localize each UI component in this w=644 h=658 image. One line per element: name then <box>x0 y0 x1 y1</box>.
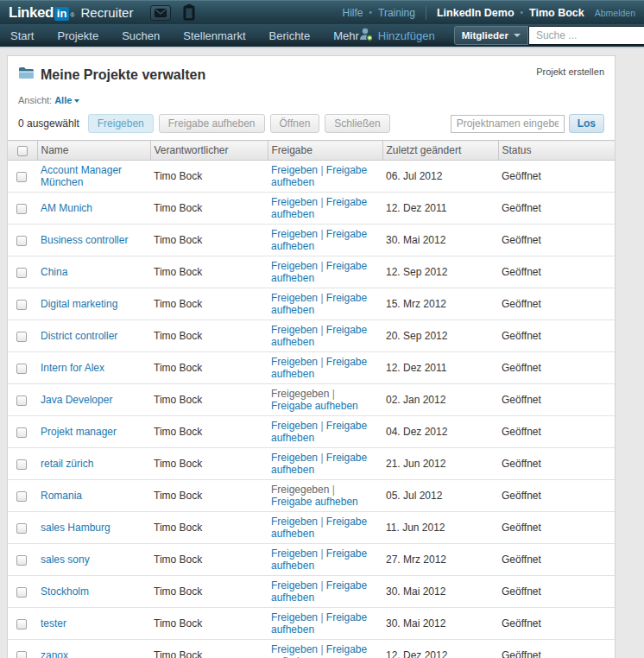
project-name-link[interactable]: Business controller <box>41 234 128 246</box>
project-name-link[interactable]: Account Manager München <box>41 164 122 188</box>
create-project-link[interactable]: Projekt erstellen <box>536 66 604 77</box>
owner-name: Timo Bock <box>154 617 202 630</box>
owner-name: Timo Bock <box>154 298 202 310</box>
inbox-mail-icon[interactable] <box>150 5 171 21</box>
project-name-link[interactable]: AM Munich <box>41 202 92 214</box>
share-link[interactable]: Freigeben <box>271 420 318 432</box>
column-header-modified: Zuletzt geändert <box>382 141 498 161</box>
project-name-link[interactable]: Digital marketing <box>41 298 117 310</box>
last-modified-date: 02. Jan 2012 <box>386 394 445 406</box>
table-row: sales sony Timo Bock Freigeben | Freigab… <box>8 544 615 576</box>
row-checkbox[interactable] <box>16 204 27 214</box>
row-checkbox[interactable] <box>16 555 27 566</box>
owner-name: Timo Bock <box>154 234 202 246</box>
status-text: Geöffnet <box>502 426 541 438</box>
last-modified-date: 30. Mai 2012 <box>386 234 445 246</box>
go-button[interactable]: Los <box>569 114 604 133</box>
last-modified-date: 20. Sep 2012 <box>386 330 447 342</box>
last-modified-date: 21. Jun 2012 <box>386 458 445 470</box>
row-checkbox[interactable] <box>16 491 27 502</box>
row-checkbox[interactable] <box>16 651 27 658</box>
share-link[interactable]: Freigeben <box>271 196 318 208</box>
row-checkbox[interactable] <box>16 427 27 438</box>
row-checkbox[interactable] <box>16 619 27 630</box>
share-link[interactable]: Freigeben <box>271 643 318 655</box>
table-header: Name Verantwortlicher Freigabe Zuletzt g… <box>8 141 615 161</box>
add-member-button[interactable]: Hinzufügen <box>359 28 435 44</box>
project-name-link[interactable]: China <box>41 266 67 278</box>
row-checkbox[interactable] <box>16 236 27 246</box>
table-row: retail zürich Timo Bock Freigeben | Frei… <box>8 448 615 480</box>
clipboard-icon[interactable] <box>183 4 195 21</box>
share-link[interactable]: Freigeben <box>271 452 318 464</box>
row-checkbox[interactable] <box>16 300 27 310</box>
linkedin-recruiter-logo[interactable]: Linked in ® Recruiter <box>9 4 133 22</box>
close-button[interactable]: Schließen <box>325 114 389 133</box>
owner-name: Timo Bock <box>154 426 202 438</box>
unshare-link[interactable]: Freigabe aufheben <box>271 400 358 412</box>
share-state-text: Freigegeben <box>271 388 329 400</box>
project-name-link[interactable]: zanox <box>41 649 68 658</box>
account-menu[interactable]: LinkedIn Demo <box>437 7 515 19</box>
nav-item-berichte[interactable]: Berichte <box>269 29 311 42</box>
share-link[interactable]: Freigeben <box>271 547 318 560</box>
share-button[interactable]: Freigeben <box>88 114 154 133</box>
row-checkbox[interactable] <box>16 268 27 278</box>
project-name-link[interactable]: Java Developer <box>41 394 112 406</box>
share-link[interactable]: Freigeben <box>271 324 318 336</box>
logout-link[interactable]: Abmelden <box>595 8 635 18</box>
share-link[interactable]: Freigeben <box>271 228 318 240</box>
project-name-link[interactable]: sales sony <box>41 554 90 566</box>
table-row: sales Hamburg Timo Bock Freigeben | Frei… <box>8 512 615 544</box>
row-checkbox[interactable] <box>16 364 27 374</box>
share-link[interactable]: Freigeben <box>271 516 318 528</box>
row-checkbox[interactable] <box>16 395 27 406</box>
unshare-button[interactable]: Freigabe aufheben <box>159 114 265 133</box>
project-name-filter-input[interactable] <box>451 115 565 133</box>
training-link[interactable]: Training <box>378 7 415 19</box>
nav-item-projekte[interactable]: Projekte <box>57 29 98 42</box>
project-name-link[interactable]: tester <box>41 617 66 630</box>
share-link[interactable]: Freigeben <box>271 260 318 272</box>
share-link[interactable]: Freigeben <box>271 579 318 592</box>
view-dropdown[interactable]: Alle <box>54 95 72 105</box>
search-scope-dropdown[interactable]: Mitglieder <box>454 26 528 45</box>
project-name-link[interactable]: Projekt manager <box>41 426 117 438</box>
help-link[interactable]: Hilfe <box>342 7 363 19</box>
page-title: Meine Projekte verwalten <box>41 67 205 83</box>
project-name-link[interactable]: District controller <box>41 330 117 342</box>
projects-table-body: Account Manager München Timo Bock Freige… <box>8 161 615 658</box>
share-link[interactable]: Freigeben <box>271 292 318 304</box>
vertical-divider <box>426 6 426 20</box>
search-input[interactable] <box>528 26 644 45</box>
owner-name: Timo Bock <box>154 554 202 566</box>
select-all-checkbox[interactable] <box>17 146 28 156</box>
project-name-link[interactable]: Stockholm <box>41 585 89 598</box>
unshare-link[interactable]: Freigabe aufheben <box>271 496 358 508</box>
projects-panel: Meine Projekte verwalten Projekt erstell… <box>7 55 616 658</box>
owner-name: Timo Bock <box>154 362 202 374</box>
row-checkbox[interactable] <box>16 172 27 182</box>
project-name-link[interactable]: sales Hamburg <box>41 522 110 534</box>
project-name-link[interactable]: retail zürich <box>41 458 93 470</box>
row-checkbox[interactable] <box>16 459 27 470</box>
table-row: Stockholm Timo Bock Freigeben | Freigabe… <box>8 576 615 608</box>
row-checkbox[interactable] <box>16 523 27 534</box>
bulk-actions-toolbar: 0 ausgewählt Freigeben Freigabe aufheben… <box>8 105 615 140</box>
share-link[interactable]: Freigeben <box>271 356 318 368</box>
table-row: Java Developer Timo Bock Freigegeben | F… <box>8 384 615 416</box>
project-name-link[interactable]: Romania <box>41 490 82 502</box>
open-button[interactable]: Öffnen <box>270 114 320 133</box>
row-checkbox[interactable] <box>16 332 27 342</box>
nav-item-start[interactable]: Start <box>10 29 34 42</box>
nav-item-suchen[interactable]: Suchen <box>122 29 160 42</box>
user-menu[interactable]: Timo Bock <box>529 7 584 19</box>
pipe-separator: | <box>318 228 326 240</box>
chevron-down-icon[interactable] <box>74 99 79 103</box>
project-name-link[interactable]: Intern for Alex <box>41 362 104 374</box>
nav-item-mehr[interactable]: Mehr <box>333 29 359 42</box>
nav-item-stellenmarkt[interactable]: Stellenmarkt <box>183 29 245 42</box>
share-link[interactable]: Freigeben <box>271 611 318 623</box>
share-link[interactable]: Freigeben <box>271 164 318 176</box>
row-checkbox[interactable] <box>16 587 27 598</box>
